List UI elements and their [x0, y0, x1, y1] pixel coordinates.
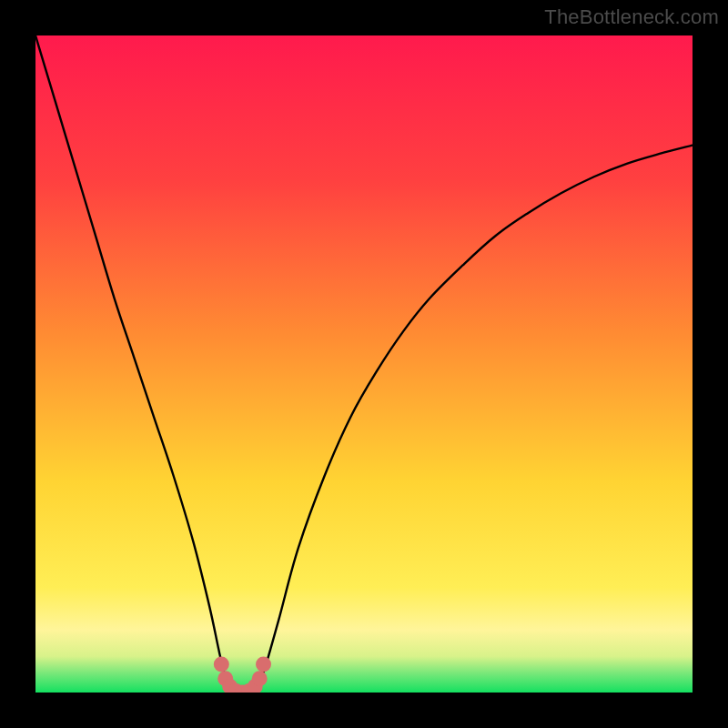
plot-area	[35, 35, 693, 693]
highlight-dot	[214, 656, 229, 672]
bottleneck-chart-svg	[35, 35, 693, 693]
gradient-background	[35, 35, 693, 693]
watermark-text: TheBottleneck.com	[544, 5, 719, 29]
highlight-dot	[252, 671, 268, 686]
chart-frame: TheBottleneck.com	[0, 0, 728, 728]
highlight-dot	[256, 656, 271, 672]
